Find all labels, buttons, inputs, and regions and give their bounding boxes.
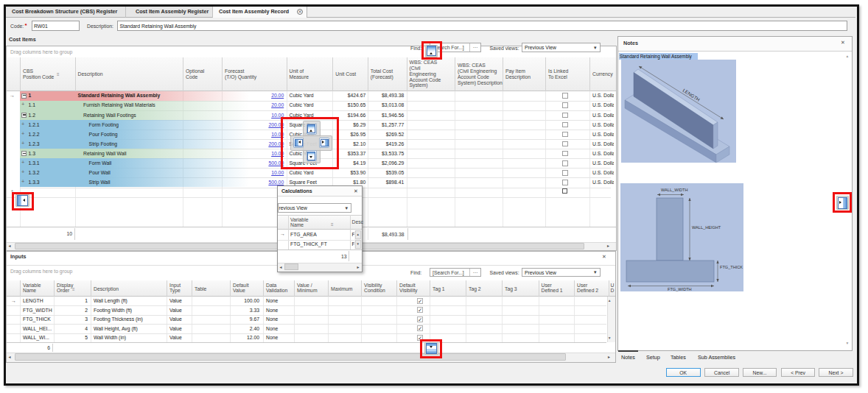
svg-text:WALL_WIDTH: WALL_WIDTH <box>661 188 687 192</box>
svg-text:WALL_HEIGHT: WALL_HEIGHT <box>692 225 721 230</box>
svg-text:FTG_WIDTH: FTG_WIDTH <box>668 287 692 291</box>
svg-text:FTG_THICK: FTG_THICK <box>720 265 743 269</box>
